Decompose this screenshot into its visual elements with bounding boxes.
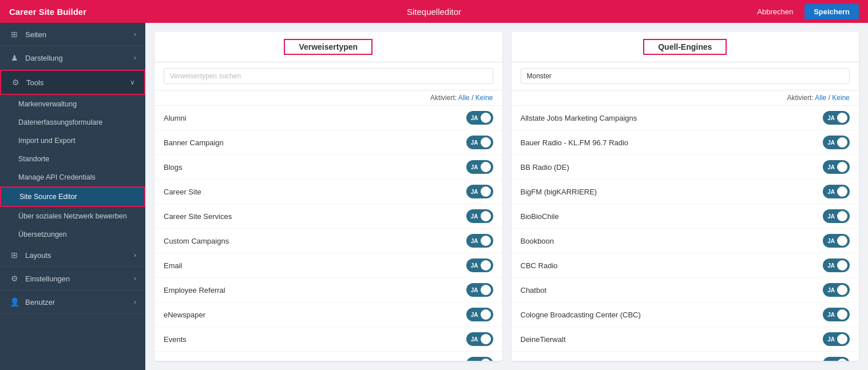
toggle-switch[interactable]: JA xyxy=(466,308,493,321)
activated-label: Aktiviert: xyxy=(430,94,457,102)
item-label: CBC Radio xyxy=(521,261,558,270)
toggle-switch[interactable]: JA xyxy=(466,160,493,174)
activate-all-link[interactable]: Alle xyxy=(815,94,826,102)
sidebar-label-einstellungen: Einstellungen xyxy=(25,274,70,283)
einstellungen-icon: ⚙ xyxy=(9,273,19,284)
list-item: Industry Groups JA xyxy=(154,352,502,361)
verweisertypen-search-input[interactable] xyxy=(164,68,493,84)
sidebar-item-standorte[interactable]: Standorte xyxy=(0,150,145,168)
verweisertypen-header: Verweisertypen xyxy=(154,32,502,62)
sidebar-label-layouts: Layouts xyxy=(25,251,51,260)
toggle-switch[interactable]: JA xyxy=(823,136,850,149)
darstellung-icon: ♟ xyxy=(9,53,19,63)
toggle-switch[interactable]: JA xyxy=(466,111,493,125)
toggle-switch[interactable]: JA xyxy=(466,283,493,297)
toggle-switch[interactable]: JA xyxy=(466,234,493,248)
list-item: Banner Campaign JA xyxy=(154,130,502,155)
toggle-switch[interactable]: JA xyxy=(823,332,850,346)
toggle-switch[interactable]: JA xyxy=(823,234,850,248)
item-label: Blogs xyxy=(164,163,183,172)
app-title: Career Site Builder xyxy=(9,7,221,17)
list-item: BB Radio (DE) JA xyxy=(512,155,859,180)
seiten-icon: ⊞ xyxy=(9,29,19,39)
sidebar-label-seiten: Seiten xyxy=(25,30,46,39)
sidebar-item-soziales-netzwerk[interactable]: Über soziales Netzwerk bewerben xyxy=(0,207,145,225)
tools-icon: ⚙ xyxy=(10,77,21,87)
item-label: BioBioChile xyxy=(521,212,559,221)
sub-label: Site Source Editor xyxy=(19,193,77,201)
sidebar-label-tools: Tools xyxy=(26,78,43,87)
item-label: BigFM (bigKARRIERE) xyxy=(521,188,597,196)
sidebar-item-uebersetzungen[interactable]: Übersetzungen xyxy=(0,225,145,244)
toggle-switch[interactable]: JA xyxy=(466,136,493,149)
toggle-switch[interactable]: JA xyxy=(823,111,850,125)
item-label: eNewspaper xyxy=(164,311,205,319)
toggle-switch[interactable]: JA xyxy=(823,185,850,198)
activate-none-link[interactable]: Keine xyxy=(475,94,493,102)
list-item: Email JA xyxy=(154,253,502,278)
toggle-switch[interactable]: JA xyxy=(823,160,850,174)
toggle-switch[interactable]: JA xyxy=(823,357,850,361)
chevron-icon: › xyxy=(134,30,136,38)
chevron-icon: › xyxy=(134,251,136,259)
sidebar-label-benutzer: Benutzer xyxy=(25,298,55,307)
sidebar-item-benutzer[interactable]: 👤 Benutzer › xyxy=(0,291,145,314)
toggle-switch[interactable]: JA xyxy=(823,283,850,297)
sidebar-item-einstellungen[interactable]: ⚙ Einstellungen › xyxy=(0,267,145,291)
sub-label: Markenverwaltung xyxy=(18,100,77,108)
sidebar-item-layouts[interactable]: ⊞ Layouts › xyxy=(0,244,145,267)
top-header: Career Site Builder Sitequelleditor Abbr… xyxy=(0,0,868,23)
verweisertypen-list: Alumni JA Banner Campaign JA Blogs JA Ca… xyxy=(154,106,502,361)
item-label: Alumni xyxy=(164,114,187,122)
list-item: BigFM (bigKARRIERE) JA xyxy=(512,180,859,204)
item-label: Bauer Radio - KL.FM 96.7 Radio xyxy=(521,138,629,147)
sub-label: Standorte xyxy=(18,155,49,163)
activate-none-link[interactable]: Keine xyxy=(832,94,850,102)
sidebar: ⊞ Seiten › ♟ Darstellung › ⚙ Tools ∨ Mar… xyxy=(0,23,145,370)
toggle-switch[interactable]: JA xyxy=(466,332,493,346)
activate-all-link[interactable]: Alle xyxy=(458,94,470,102)
sub-label: Über soziales Netzwerk bewerben xyxy=(18,212,127,220)
sidebar-item-darstellung[interactable]: ♟ Darstellung › xyxy=(0,46,145,70)
save-button[interactable]: Speichern xyxy=(804,4,859,19)
toggle-switch[interactable]: JA xyxy=(466,357,493,361)
list-item: DeineTierwalt JA xyxy=(512,327,859,352)
toggle-switch[interactable]: JA xyxy=(466,185,493,198)
list-item: Events JA xyxy=(154,327,502,352)
sidebar-item-manage-api[interactable]: Manage API Credentials xyxy=(0,168,145,186)
item-label: Industry Groups xyxy=(164,360,217,361)
item-label: DeineTierwalt xyxy=(521,335,566,344)
quell-engines-search-input[interactable] xyxy=(521,68,850,84)
sub-label: Import und Export xyxy=(18,137,75,145)
quell-engines-header: Quell-Engines xyxy=(512,32,859,62)
list-item: Career Site JA xyxy=(154,180,502,204)
toggle-switch[interactable]: JA xyxy=(466,209,493,223)
verweisertypen-search-container xyxy=(154,62,502,90)
sidebar-item-datenerfassungsformulare[interactable]: Datenerfassungsformulare xyxy=(0,113,145,132)
item-label: BB Radio (DE) xyxy=(521,163,569,172)
item-label: Events xyxy=(164,335,187,344)
chevron-icon: › xyxy=(134,298,136,306)
list-item: Bauer Radio - KL.FM 96.7 Radio JA xyxy=(512,130,859,155)
verweisertypen-activated-row: Aktiviert: Alle / Keine xyxy=(154,90,502,106)
list-item: Chatbot JA xyxy=(512,278,859,303)
toggle-switch[interactable]: JA xyxy=(466,258,493,272)
list-item: Custom Campaigns JA xyxy=(154,229,502,253)
sidebar-item-markenverwaltung[interactable]: Markenverwaltung xyxy=(0,95,145,113)
quell-engines-list: Allstate Jobs Marketing Campaigns JA Bau… xyxy=(512,106,859,361)
sidebar-item-import-export[interactable]: Import und Export xyxy=(0,132,145,150)
chevron-icon: › xyxy=(134,274,136,283)
item-label: Employee Referral xyxy=(164,286,225,295)
item-label: Banner Campaign xyxy=(164,138,224,147)
sidebar-item-site-source-editor[interactable]: Site Source Editor xyxy=(0,186,145,207)
sidebar-item-tools[interactable]: ⚙ Tools ∨ xyxy=(0,70,145,95)
toggle-switch[interactable]: JA xyxy=(823,209,850,223)
list-item: CBC Radio JA xyxy=(512,253,859,278)
toggle-switch[interactable]: JA xyxy=(823,308,850,321)
cancel-button[interactable]: Abbrechen xyxy=(751,5,799,18)
sidebar-item-seiten[interactable]: ⊞ Seiten › xyxy=(0,23,145,46)
sidebar-label-darstellung: Darstellung xyxy=(25,54,63,62)
verweisertypen-panel: Verweisertypen Aktiviert: Alle / Keine A… xyxy=(154,32,502,361)
page-title: Sitequelleditor xyxy=(221,7,647,17)
toggle-switch[interactable]: JA xyxy=(823,258,850,272)
